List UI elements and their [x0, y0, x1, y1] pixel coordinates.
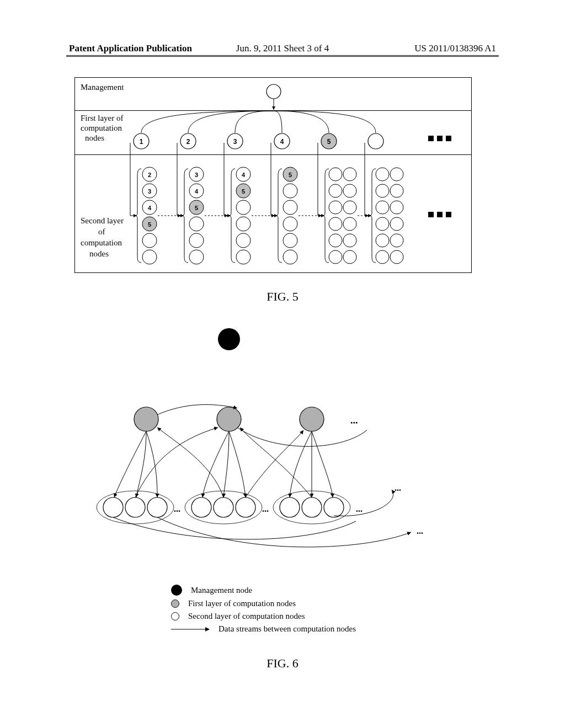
svg-text:1: 1 — [140, 138, 143, 146]
svg-text:5: 5 — [242, 188, 245, 195]
svg-text:4: 4 — [148, 205, 152, 211]
fig6-svg: ... ... ... ... ... ... — [74, 320, 472, 574]
svg-point-81 — [390, 234, 403, 247]
svg-point-91 — [300, 407, 324, 431]
svg-text:3: 3 — [148, 188, 151, 195]
svg-text:...: ... — [350, 415, 358, 426]
svg-point-57 — [283, 233, 297, 248]
fig5-caption: FIG. 5 — [266, 290, 298, 304]
svg-point-55 — [283, 200, 297, 215]
svg-point-69 — [343, 234, 356, 247]
legend-management-icon — [171, 585, 182, 596]
svg-point-54 — [283, 184, 297, 198]
svg-point-94 — [125, 497, 145, 517]
svg-point-102 — [302, 497, 322, 517]
svg-point-71 — [376, 168, 389, 181]
svg-point-33 — [142, 233, 157, 248]
svg-text:...: ... — [356, 504, 363, 513]
svg-point-93 — [103, 497, 123, 517]
svg-point-67 — [343, 201, 356, 214]
svg-point-42 — [189, 233, 204, 248]
svg-point-99 — [236, 497, 255, 517]
legend-arrow-icon — [171, 625, 210, 633]
svg-point-66 — [343, 184, 356, 197]
svg-text:4: 4 — [280, 138, 284, 146]
fig5-diagram: Management First layer of computation no… — [74, 77, 472, 273]
svg-text:3: 3 — [233, 138, 237, 146]
header-center: Jun. 9, 2011 Sheet 3 of 4 — [236, 43, 329, 54]
svg-point-95 — [147, 497, 167, 517]
svg-point-48 — [236, 200, 250, 215]
legend-streams-label: Data streams between computation nodes — [218, 624, 356, 634]
svg-point-80 — [390, 217, 403, 231]
svg-point-12 — [368, 133, 383, 149]
svg-point-77 — [390, 168, 403, 181]
fig6-legend: Management node First layer of computati… — [171, 585, 356, 637]
svg-point-0 — [266, 84, 281, 99]
svg-point-65 — [343, 168, 356, 181]
legend-second-layer: Second layer of computation nodes — [171, 612, 356, 621]
legend-second-layer-label: Second layer of computation nodes — [188, 612, 305, 621]
svg-point-82 — [390, 250, 403, 264]
svg-point-97 — [191, 497, 211, 517]
svg-point-103 — [324, 497, 344, 517]
svg-point-73 — [376, 201, 389, 214]
legend-streams: Data streams between computation nodes — [171, 624, 356, 634]
svg-point-79 — [390, 201, 403, 214]
fig6-caption: FIG. 6 — [266, 656, 298, 671]
svg-text:...: ... — [174, 504, 180, 513]
header-right: US 2011/0138396 A1 — [414, 43, 496, 54]
svg-text:...: ... — [417, 526, 423, 536]
legend-second-layer-icon — [171, 612, 179, 620]
legend-first-layer-icon — [171, 599, 179, 608]
svg-text:3: 3 — [195, 172, 198, 178]
svg-text:2: 2 — [186, 138, 190, 146]
svg-point-58 — [283, 250, 297, 264]
svg-point-41 — [189, 217, 204, 231]
legend-first-layer-label: First layer of computation nodes — [188, 599, 296, 608]
svg-point-59 — [329, 168, 342, 181]
svg-text:5: 5 — [195, 205, 198, 211]
legend-first-layer: First layer of computation nodes — [171, 599, 356, 608]
svg-point-76 — [376, 250, 389, 264]
header-left: Patent Application Publication — [69, 43, 192, 54]
svg-point-74 — [376, 217, 389, 231]
svg-point-61 — [329, 201, 342, 214]
ellipsis-squares-row3 — [428, 212, 451, 217]
svg-point-62 — [329, 217, 342, 231]
header-rule — [66, 55, 499, 57]
svg-point-70 — [343, 250, 356, 264]
fig6-diagram: ... ... ... ... ... ... — [74, 320, 472, 574]
svg-point-49 — [236, 217, 250, 231]
svg-text:...: ... — [262, 504, 269, 513]
svg-text:4: 4 — [195, 188, 199, 195]
svg-text:...: ... — [395, 483, 401, 493]
ellipsis-squares-row2 — [428, 136, 451, 141]
svg-point-56 — [283, 217, 297, 231]
svg-point-64 — [329, 250, 342, 264]
svg-point-72 — [376, 184, 389, 197]
svg-text:5: 5 — [289, 172, 292, 178]
svg-point-78 — [390, 184, 403, 197]
svg-point-98 — [214, 497, 233, 517]
svg-text:5: 5 — [148, 221, 151, 228]
svg-point-60 — [329, 184, 342, 197]
svg-point-89 — [134, 407, 158, 431]
svg-point-68 — [343, 217, 356, 231]
svg-point-34 — [142, 250, 157, 264]
svg-text:2: 2 — [148, 172, 151, 178]
svg-point-88 — [218, 328, 240, 350]
legend-management: Management node — [171, 585, 356, 596]
svg-point-51 — [236, 250, 250, 264]
legend-management-label: Management node — [191, 586, 252, 595]
fig5-svg: 1 2 3 4 5 2 3 4 5 3 4 5 — [75, 78, 472, 274]
svg-point-75 — [376, 234, 389, 247]
svg-text:4: 4 — [242, 172, 246, 178]
svg-point-63 — [329, 234, 342, 247]
svg-point-43 — [189, 250, 204, 264]
svg-text:5: 5 — [327, 138, 331, 146]
svg-point-50 — [236, 233, 250, 248]
svg-point-101 — [280, 497, 300, 517]
